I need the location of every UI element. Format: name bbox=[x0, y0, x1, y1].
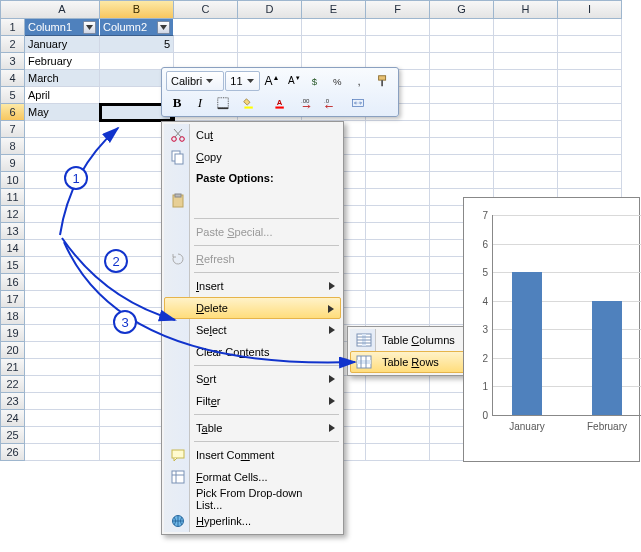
cell[interactable] bbox=[366, 172, 430, 189]
embedded-chart[interactable]: 01234567JanuaryFebruary bbox=[463, 197, 640, 462]
cell[interactable] bbox=[494, 138, 558, 155]
row-header[interactable]: 15 bbox=[0, 257, 25, 274]
row-header[interactable]: 20 bbox=[0, 342, 25, 359]
cell[interactable] bbox=[25, 257, 100, 274]
row-header[interactable]: 10 bbox=[0, 172, 25, 189]
cell[interactable] bbox=[558, 53, 622, 70]
menu-insert-comment[interactable]: Insert Comment bbox=[164, 444, 341, 466]
cell[interactable] bbox=[25, 206, 100, 223]
cell[interactable] bbox=[494, 121, 558, 138]
font-name-combo[interactable]: Calibri bbox=[166, 71, 224, 91]
increase-font-icon[interactable]: A▲ bbox=[261, 71, 282, 91]
cell[interactable] bbox=[25, 172, 100, 189]
cell[interactable] bbox=[25, 155, 100, 172]
fill-color-icon[interactable] bbox=[235, 93, 265, 113]
cell[interactable] bbox=[174, 36, 238, 53]
cell[interactable] bbox=[25, 376, 100, 393]
cell[interactable] bbox=[558, 19, 622, 36]
row-header[interactable]: 5 bbox=[0, 87, 25, 104]
row-header[interactable]: 13 bbox=[0, 223, 25, 240]
cell[interactable] bbox=[366, 121, 430, 138]
cell[interactable] bbox=[366, 410, 430, 427]
row-header[interactable]: 12 bbox=[0, 206, 25, 223]
cell[interactable] bbox=[430, 121, 494, 138]
cell[interactable] bbox=[25, 240, 100, 257]
cell[interactable] bbox=[25, 291, 100, 308]
cell[interactable]: March bbox=[25, 70, 100, 87]
column-header-E[interactable]: E bbox=[302, 0, 366, 19]
cell[interactable] bbox=[430, 36, 494, 53]
cell[interactable]: January bbox=[25, 36, 100, 53]
cell[interactable] bbox=[494, 104, 558, 121]
cell[interactable] bbox=[174, 19, 238, 36]
column-header-C[interactable]: C bbox=[174, 0, 238, 19]
cell[interactable] bbox=[558, 138, 622, 155]
decrease-font-icon[interactable]: A▼ bbox=[284, 71, 305, 91]
increase-decimal-icon[interactable]: .0 bbox=[320, 93, 342, 113]
chart-bar[interactable] bbox=[512, 272, 542, 415]
cell[interactable] bbox=[558, 104, 622, 121]
cell[interactable] bbox=[430, 19, 494, 36]
row-header[interactable]: 17 bbox=[0, 291, 25, 308]
menu-copy[interactable]: Copy bbox=[164, 146, 341, 168]
column-header-I[interactable]: I bbox=[558, 0, 622, 19]
cell[interactable] bbox=[558, 121, 622, 138]
cell[interactable] bbox=[430, 70, 494, 87]
menu-pick-dropdown[interactable]: Pick From Drop-down List... bbox=[164, 488, 341, 510]
menu-hyperlink[interactable]: Hyperlink... bbox=[164, 510, 341, 532]
cell[interactable] bbox=[25, 359, 100, 376]
cell[interactable] bbox=[366, 308, 430, 325]
percent-format-icon[interactable]: % bbox=[328, 71, 349, 91]
filter-dropdown-icon[interactable] bbox=[157, 21, 170, 34]
menu-filter[interactable]: Filter bbox=[164, 390, 341, 412]
cell[interactable] bbox=[25, 189, 100, 206]
row-header[interactable]: 21 bbox=[0, 359, 25, 376]
row-header[interactable]: 23 bbox=[0, 393, 25, 410]
menu-clear-contents[interactable]: Clear Contents bbox=[164, 341, 341, 363]
cell[interactable] bbox=[494, 36, 558, 53]
row-header[interactable]: 1 bbox=[0, 19, 25, 36]
cell[interactable] bbox=[558, 36, 622, 53]
cell[interactable] bbox=[430, 87, 494, 104]
cell[interactable] bbox=[366, 257, 430, 274]
font-color-icon[interactable]: A bbox=[266, 93, 296, 113]
cell[interactable] bbox=[366, 240, 430, 257]
cell[interactable] bbox=[558, 70, 622, 87]
cell[interactable] bbox=[430, 138, 494, 155]
row-header[interactable]: 22 bbox=[0, 376, 25, 393]
cell[interactable] bbox=[366, 223, 430, 240]
column-header-A[interactable]: A bbox=[25, 0, 100, 19]
cell[interactable] bbox=[366, 393, 430, 410]
cell[interactable] bbox=[494, 19, 558, 36]
submenu-table-columns[interactable]: Table Columns bbox=[350, 329, 479, 351]
cell[interactable] bbox=[494, 53, 558, 70]
cell[interactable]: 5 bbox=[100, 36, 174, 53]
row-header[interactable]: 26 bbox=[0, 444, 25, 461]
cell[interactable]: Column1 bbox=[25, 19, 100, 36]
cell[interactable] bbox=[25, 325, 100, 342]
row-header[interactable]: 3 bbox=[0, 53, 25, 70]
cell[interactable] bbox=[366, 291, 430, 308]
accounting-format-icon[interactable]: $ bbox=[306, 71, 327, 91]
cell[interactable] bbox=[25, 342, 100, 359]
column-header-D[interactable]: D bbox=[238, 0, 302, 19]
cell[interactable] bbox=[430, 104, 494, 121]
cell[interactable] bbox=[25, 223, 100, 240]
cell[interactable] bbox=[494, 70, 558, 87]
row-header[interactable]: 4 bbox=[0, 70, 25, 87]
submenu-table-rows[interactable]: Table Rows bbox=[350, 351, 479, 373]
cell[interactable] bbox=[366, 376, 430, 393]
cell[interactable] bbox=[25, 410, 100, 427]
column-header-G[interactable]: G bbox=[430, 0, 494, 19]
row-header[interactable]: 19 bbox=[0, 325, 25, 342]
menu-cut[interactable]: Cut bbox=[164, 124, 341, 146]
cell[interactable] bbox=[25, 393, 100, 410]
italic-icon[interactable]: I bbox=[189, 93, 211, 113]
cell[interactable] bbox=[494, 87, 558, 104]
cell[interactable] bbox=[558, 87, 622, 104]
row-header[interactable]: 8 bbox=[0, 138, 25, 155]
chart-bar[interactable] bbox=[592, 301, 622, 415]
row-header[interactable]: 16 bbox=[0, 274, 25, 291]
bold-icon[interactable]: B bbox=[166, 93, 188, 113]
menu-delete[interactable]: Delete bbox=[164, 297, 341, 319]
